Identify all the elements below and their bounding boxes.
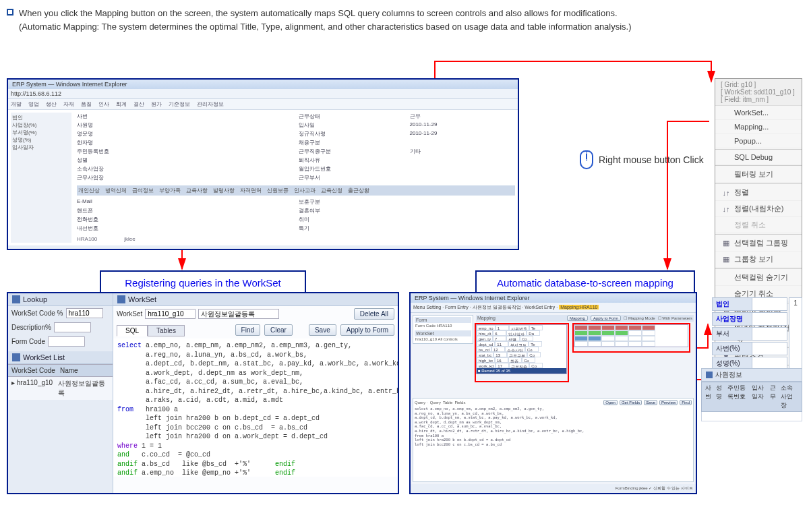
ctx-item[interactable]: ▦선택컬럼 그룹핑 xyxy=(715,235,802,252)
clear-button[interactable]: Clear xyxy=(264,324,293,336)
output-grid: 사원정보 사번 성명 주민등록번호 입사일자 근무 소속사업장 xyxy=(701,368,802,421)
desc-line1: When you click the Mapping button on the… xyxy=(19,7,632,20)
workset-desc-input[interactable] xyxy=(198,309,279,319)
ctx-item[interactable]: ↓↑정렬 xyxy=(715,185,802,201)
mouse-icon xyxy=(580,150,593,169)
grid-icon xyxy=(706,372,713,378)
delete-all-button[interactable]: Delete All xyxy=(354,308,394,320)
ctx-item[interactable]: SQL Debug xyxy=(715,150,802,165)
ctx-header: [ Grid: g10 ] [ WorkSet: sdd101_g10 ] [ … xyxy=(715,79,802,106)
bullet-icon xyxy=(7,9,13,16)
sql-editor[interactable]: select a.emp_no, a.emp_nm, a.emp_nm2, a.… xyxy=(113,338,398,477)
ctx-item[interactable]: ▦그룹창 보기 xyxy=(715,252,802,268)
open-button[interactable]: Open xyxy=(603,400,618,405)
mapping-button[interactable]: Mapping xyxy=(567,316,588,321)
save2-button[interactable]: Save xyxy=(644,400,657,405)
ctx-item[interactable]: ↓↑정렬(내림차순) xyxy=(715,201,802,217)
getfields-button[interactable]: Get Fields xyxy=(620,400,642,405)
ctx-item[interactable]: Popup... xyxy=(715,134,802,148)
ctx-item[interactable]: Mapping... xyxy=(715,120,802,134)
tab-sql[interactable]: SQL xyxy=(117,325,148,336)
find-button[interactable]: Find xyxy=(235,324,260,336)
apply-form-button[interactable]: Apply to Form xyxy=(591,316,621,321)
workset-list-row[interactable]: ▸ hra110_g10 사원정보일괄등록 xyxy=(8,377,113,400)
browser-url: http://115.68.6.112 xyxy=(8,89,518,99)
form-code-input[interactable] xyxy=(48,336,85,347)
caption-workset: Registering queries in the WorkSet xyxy=(100,270,306,294)
ctx-item[interactable]: 정렬 취소 xyxy=(715,217,802,233)
workset-icon xyxy=(117,295,125,303)
designer-screenshot: ERP System — Windows Internet Explorer h… xyxy=(7,78,519,250)
workset-panel: Lookup WorkSet Code % Description% Form … xyxy=(7,292,399,494)
ctx-item[interactable]: 선택컬럼 숨기기 xyxy=(715,270,802,286)
ctx-item[interactable]: 필터링 보기 xyxy=(715,167,802,183)
workset-code-input[interactable] xyxy=(66,308,103,318)
lookup-icon xyxy=(12,295,20,303)
tab-tables[interactable]: Tables xyxy=(148,325,185,336)
find2-button[interactable]: Find xyxy=(680,400,692,405)
window-title: ERP System — Windows Internet Explorer xyxy=(8,80,518,89)
form-fields: 사번 근무상태근무 사원명 입사일2010-11-29 영문명 정규직사령201… xyxy=(77,113,515,181)
app-menu: 개발영업 생산자재 품질인사 회계결산 원가기준정보 관리자정보 xyxy=(8,99,518,110)
save-button[interactable]: Save xyxy=(309,324,336,336)
description-block: When you click the Mapping button on the… xyxy=(7,7,802,33)
desc-line2: (Automatic Mapping: The system determine… xyxy=(19,20,632,34)
output-form: 법인사업장명부서사번(%)성명(%) 1 xyxy=(712,297,802,372)
apply-button[interactable]: Apply to Form xyxy=(340,324,394,336)
ctx-item[interactable]: WorkSet... xyxy=(715,106,802,120)
preview-button[interactable]: Preview xyxy=(659,400,678,405)
workset-value-input[interactable] xyxy=(145,309,196,319)
right-click-hint: Right mouse button Click xyxy=(580,150,704,169)
description-input[interactable] xyxy=(54,322,91,332)
list-icon xyxy=(12,353,20,361)
mapping-screenshot: ERP System — Windows Internet Explorer M… xyxy=(409,292,697,494)
